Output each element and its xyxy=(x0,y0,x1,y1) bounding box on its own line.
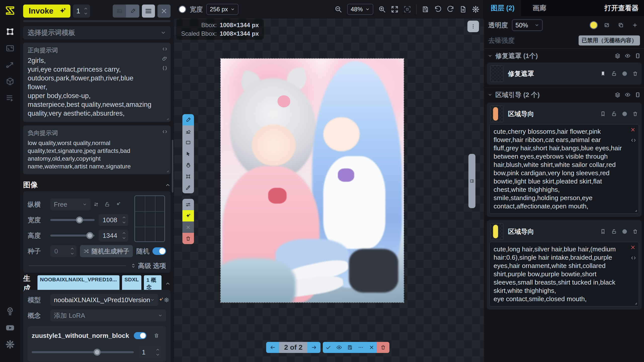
undo-icon[interactable] xyxy=(434,6,442,13)
eraser-tool-button[interactable] xyxy=(182,125,194,137)
resize-handle-icon[interactable] xyxy=(633,300,637,305)
preview-eye-button[interactable] xyxy=(334,342,344,353)
menu-button[interactable] xyxy=(142,5,155,18)
brush-tool-button[interactable] xyxy=(182,114,194,125)
support-lightbulb-icon[interactable] xyxy=(5,306,16,317)
rail-queue-tab[interactable] xyxy=(5,93,16,104)
image-mode-button[interactable] xyxy=(113,5,126,18)
regional-guidance-group-header[interactable]: 区域引导 (2 个) xyxy=(484,89,644,101)
collapse-chevron-icon[interactable] xyxy=(165,182,171,188)
lora-weight-stepper[interactable] xyxy=(155,347,162,357)
iterations-input[interactable]: 1 xyxy=(73,5,90,18)
delete-layer-button[interactable] xyxy=(182,233,194,244)
tab-layers[interactable]: 图层 (2) xyxy=(484,0,521,16)
auto-mask-sparkle-button[interactable] xyxy=(182,210,194,221)
add-lora-select[interactable]: 添加 LoRA xyxy=(50,309,166,322)
regional-guidance-card-1[interactable]: 区域导向 cute,cherry blossoms,hair flower,pi… xyxy=(487,103,641,217)
image-section-header[interactable]: 图像 xyxy=(23,180,171,190)
rail-canvas-tab[interactable] xyxy=(5,26,16,37)
random-seed-toggle[interactable] xyxy=(152,247,166,255)
brush-width-select[interactable]: 256 px xyxy=(206,4,238,15)
discard-all-button[interactable] xyxy=(377,342,389,353)
settings-gear-icon[interactable] xyxy=(5,339,16,350)
code-view-icon[interactable] xyxy=(162,129,168,134)
brush-color-swatch[interactable] xyxy=(179,6,186,13)
layer-color-swatch[interactable] xyxy=(590,21,598,29)
panel-scrollbar[interactable] xyxy=(172,140,173,193)
canvas-kebab-menu-button[interactable] xyxy=(467,21,479,32)
paperclip-icon[interactable] xyxy=(162,56,168,61)
canvas-mode-button[interactable] xyxy=(126,5,139,18)
region-2-prompt-textarea[interactable]: cute,long hair,silver hair,blue hair,(me… xyxy=(489,242,639,306)
iterations-stepper[interactable] xyxy=(84,6,90,16)
trash-icon[interactable] xyxy=(632,71,638,76)
layer-color-dot-icon[interactable] xyxy=(622,112,627,116)
width-slider-knob[interactable] xyxy=(76,216,83,223)
code-view-icon[interactable] xyxy=(631,138,636,143)
bookmark-icon[interactable] xyxy=(600,71,606,76)
group-frame-icon[interactable] xyxy=(635,53,640,59)
open-viewer-link[interactable]: 打开查看器 xyxy=(605,0,644,16)
negative-prompt-box[interactable]: 负向提示词 low quality,worst quality,normal q… xyxy=(23,125,171,174)
merge-layers-icon[interactable] xyxy=(615,53,620,59)
save-canvas-icon[interactable] xyxy=(422,6,429,13)
lock-icon[interactable] xyxy=(611,111,617,117)
trash-icon[interactable] xyxy=(632,229,638,234)
canvas-viewport[interactable]: Bbox: 1008×1344 px Scaled Bbox: 1008×134… xyxy=(174,19,484,362)
height-slider[interactable] xyxy=(50,235,95,237)
positive-prompt-box[interactable]: 正向提示词 2girls, yuri,eye contact,princess … xyxy=(23,43,171,122)
tab-gallery[interactable]: 画廊 xyxy=(521,0,558,16)
resize-handle-icon[interactable] xyxy=(165,116,169,120)
bookmark-icon[interactable] xyxy=(600,111,606,117)
fit-layer-icon[interactable] xyxy=(602,20,612,30)
rail-workflows-tab[interactable] xyxy=(5,59,16,70)
advanced-options-label[interactable]: 高级 选项 xyxy=(138,261,166,270)
cancel-tool-button[interactable] xyxy=(182,221,194,233)
collapse-chevron-icon[interactable] xyxy=(165,281,171,286)
redo-icon[interactable] xyxy=(447,6,454,13)
expand-advanced-icon[interactable] xyxy=(131,263,136,268)
swap-dimensions-icon[interactable] xyxy=(91,199,102,210)
zoom-in-icon[interactable] xyxy=(378,6,386,13)
invoke-button[interactable]: Invoke xyxy=(23,5,70,18)
fit-bbox-icon[interactable] xyxy=(404,6,411,13)
zoom-level-select[interactable]: 48% xyxy=(347,4,373,15)
staging-area-handle[interactable] xyxy=(468,154,475,208)
save-image-button[interactable] xyxy=(344,342,355,353)
bookmark-icon[interactable] xyxy=(600,229,606,234)
width-slider[interactable] xyxy=(50,219,95,221)
rail-models-tab[interactable] xyxy=(5,76,16,87)
lock-icon[interactable] xyxy=(611,71,617,76)
canvas-settings-gear-icon[interactable] xyxy=(472,6,479,13)
lora-enabled-toggle[interactable] xyxy=(134,332,146,339)
lora-weight-slider[interactable] xyxy=(32,351,134,353)
braces-icon[interactable] xyxy=(162,65,168,71)
merge-layers-icon[interactable] xyxy=(615,92,620,98)
group-visibility-eye-icon[interactable] xyxy=(625,53,630,59)
aspect-select[interactable]: Free xyxy=(50,198,91,210)
layer-color-dot-icon[interactable] xyxy=(622,229,627,234)
rail-upscale-tab[interactable] xyxy=(5,43,16,54)
inpaint-mask-layer-row[interactable]: 修复遮罩 xyxy=(487,63,641,85)
code-view-icon[interactable] xyxy=(631,255,636,261)
regional-guidance-card-2[interactable]: 区域导向 cute,long hair,silver hair,blue hai… xyxy=(487,220,641,309)
add-layer-plus-icon[interactable] xyxy=(630,20,640,30)
remove-prompt-x-icon[interactable] xyxy=(630,127,636,132)
filter-settings-button[interactable] xyxy=(182,199,194,210)
code-view-icon[interactable] xyxy=(162,46,168,52)
height-stepper[interactable] xyxy=(122,231,128,240)
previous-image-button[interactable] xyxy=(266,342,279,353)
width-stepper[interactable] xyxy=(122,215,128,225)
lora-delete-trash-icon[interactable] xyxy=(151,330,162,341)
cancel-button[interactable] xyxy=(157,5,171,18)
save-as-file-icon[interactable] xyxy=(459,6,467,13)
discard-image-button[interactable] xyxy=(366,342,377,353)
more-options-button[interactable] xyxy=(355,342,366,353)
eyedropper-tool-button[interactable] xyxy=(182,182,194,193)
height-slider-knob[interactable] xyxy=(86,232,93,239)
group-visibility-eye-icon[interactable] xyxy=(625,92,630,98)
generated-image[interactable] xyxy=(221,59,404,302)
transform-tool-button[interactable] xyxy=(182,171,194,182)
randomize-seed-button[interactable]: 随机生成种子 xyxy=(80,245,133,257)
duplicate-layer-icon[interactable] xyxy=(616,20,626,30)
